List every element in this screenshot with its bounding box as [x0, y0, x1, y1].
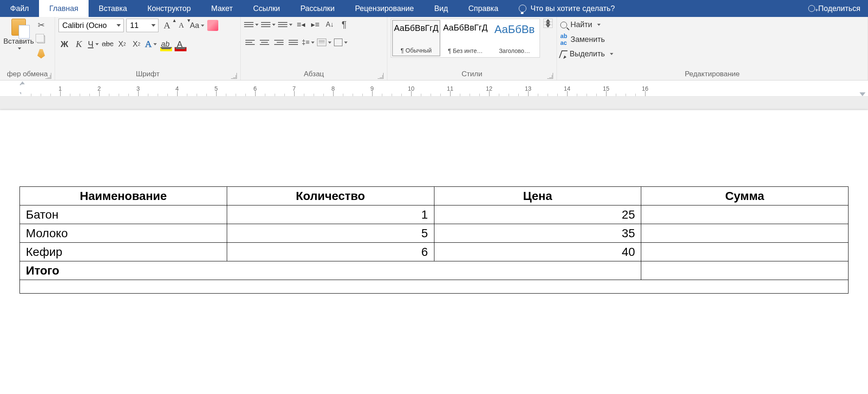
- numbering-button[interactable]: [261, 19, 275, 31]
- cell-sum[interactable]: [641, 224, 849, 243]
- tab-design[interactable]: Конструктор: [137, 0, 201, 17]
- increase-indent-button[interactable]: ▸≡: [309, 19, 321, 31]
- paste-dropdown-icon[interactable]: [18, 47, 21, 50]
- clipboard-launcher[interactable]: [45, 73, 51, 79]
- table-row[interactable]: Батон125: [20, 205, 849, 224]
- highlight-button[interactable]: ab: [159, 38, 171, 50]
- chevron-down-icon[interactable]: [597, 24, 601, 26]
- superscript-button[interactable]: X2: [131, 38, 142, 50]
- more-icon: [546, 25, 550, 28]
- copy-icon: [37, 36, 45, 43]
- tab-mailings[interactable]: Рассылки: [290, 0, 345, 17]
- sort-button[interactable]: A↓: [324, 19, 336, 31]
- tab-help[interactable]: Справка: [458, 0, 509, 17]
- tab-references[interactable]: Ссылки: [243, 0, 290, 17]
- style-item-2[interactable]: АаБбВвЗаголово…: [490, 20, 539, 56]
- horizontal-ruler[interactable]: 12345678910111213141516: [0, 80, 868, 97]
- show-marks-button[interactable]: ¶: [338, 19, 350, 31]
- document-table[interactable]: Наименование Количество Цена Сумма Батон…: [19, 186, 849, 294]
- th-qty[interactable]: Количество: [227, 187, 434, 205]
- styles-scroll-up[interactable]: [544, 19, 552, 22]
- font-launcher[interactable]: [231, 73, 237, 79]
- line-spacing-button[interactable]: ‡≡: [302, 36, 314, 48]
- change-case-button[interactable]: Aa: [190, 19, 204, 31]
- cell-qty[interactable]: 6: [227, 243, 434, 261]
- tell-me-label: Что вы хотите сделать?: [531, 4, 615, 13]
- align-justify-button[interactable]: [287, 36, 299, 48]
- find-button[interactable]: Найти: [560, 20, 613, 29]
- th-name[interactable]: Наименование: [20, 187, 227, 205]
- replace-icon: abac: [560, 33, 567, 46]
- tab-view[interactable]: Вид: [424, 0, 458, 17]
- chevron-down-icon[interactable]: [149, 24, 158, 27]
- font-name-combo[interactable]: [58, 19, 124, 32]
- borders-button[interactable]: [334, 36, 348, 48]
- cell-name[interactable]: Молоко: [20, 224, 227, 243]
- table-row[interactable]: Кефир640: [20, 243, 849, 261]
- tab-insert[interactable]: Вставка: [89, 0, 137, 17]
- cell-total-sum[interactable]: [641, 261, 849, 280]
- font-color-button[interactable]: А: [174, 38, 186, 50]
- copy-button[interactable]: [36, 35, 46, 44]
- ruler-number: 4: [175, 85, 179, 92]
- select-button[interactable]: Выделить: [560, 50, 613, 58]
- cell-sum[interactable]: [641, 243, 849, 261]
- cell-name[interactable]: Кефир: [20, 243, 227, 261]
- bullets-button[interactable]: [244, 19, 259, 31]
- clear-formatting-button[interactable]: [207, 19, 219, 31]
- cell-sum[interactable]: [641, 205, 849, 224]
- paragraph-launcher[interactable]: [378, 73, 384, 79]
- cell-price[interactable]: 35: [434, 224, 641, 243]
- font-name-input[interactable]: [59, 19, 114, 32]
- cell-price[interactable]: 40: [434, 243, 641, 261]
- styles-more[interactable]: [544, 25, 552, 28]
- align-center-button[interactable]: [259, 36, 270, 48]
- chevron-down-icon[interactable]: [610, 53, 613, 55]
- table-row[interactable]: Молоко535: [20, 224, 849, 243]
- styles-launcher[interactable]: [547, 73, 553, 79]
- chevron-down-icon[interactable]: [114, 24, 123, 27]
- cell-name[interactable]: Батон: [20, 205, 227, 224]
- font-size-combo[interactable]: [126, 19, 159, 32]
- subscript-button[interactable]: X2: [116, 38, 128, 50]
- th-sum[interactable]: Сумма: [641, 187, 849, 205]
- tab-home[interactable]: Главная: [39, 0, 89, 17]
- cell-price[interactable]: 25: [434, 205, 641, 224]
- group-font: А▲ А▼ Aa Ж К Ч abc X2 X2 А ab А Шрифт: [55, 17, 241, 80]
- paste-icon[interactable]: [11, 19, 26, 36]
- decrease-indent-button[interactable]: ≡◂: [295, 19, 307, 31]
- paste-button[interactable]: Вставить: [3, 37, 34, 46]
- tab-file[interactable]: Файл: [0, 0, 39, 17]
- replace-button[interactable]: abac Заменить: [560, 33, 613, 46]
- share-button[interactable]: Поделиться: [801, 0, 868, 17]
- shrink-font-button[interactable]: А▼: [175, 19, 187, 31]
- strikethrough-button[interactable]: abc: [102, 38, 114, 50]
- cell-empty[interactable]: [20, 280, 849, 294]
- font-size-input[interactable]: [127, 19, 149, 32]
- tell-me-search[interactable]: Что вы хотите сделать?: [509, 0, 625, 17]
- th-price[interactable]: Цена: [434, 187, 641, 205]
- page[interactable]: Наименование Количество Цена Сумма Батон…: [0, 110, 868, 394]
- multilevel-button[interactable]: [278, 19, 292, 31]
- cut-button[interactable]: ✂: [36, 20, 46, 30]
- text-effects-button[interactable]: А: [145, 38, 157, 50]
- table-total-row[interactable]: Итого: [20, 261, 849, 280]
- tab-review[interactable]: Рецензирование: [345, 0, 424, 17]
- styles-gallery: АаБбВвГгД¶ ОбычныйАаБбВвГгД¶ Без инте…Аа…: [391, 19, 540, 58]
- align-left-button[interactable]: [244, 36, 256, 48]
- underline-button[interactable]: Ч: [87, 38, 99, 50]
- tab-layout[interactable]: Макет: [201, 0, 243, 17]
- grow-font-button[interactable]: А▲: [161, 19, 173, 31]
- cell-qty[interactable]: 1: [227, 205, 434, 224]
- style-item-0[interactable]: АаБбВвГгД¶ Обычный: [392, 20, 440, 56]
- cell-total-label[interactable]: Итого: [20, 261, 641, 280]
- align-right-button[interactable]: [273, 36, 285, 48]
- style-item-1[interactable]: АаБбВвГгД¶ Без инте…: [441, 20, 490, 56]
- italic-button[interactable]: К: [73, 38, 85, 50]
- format-painter-button[interactable]: [36, 49, 46, 58]
- table-empty-row[interactable]: [20, 280, 849, 294]
- right-indent-marker[interactable]: [860, 92, 865, 96]
- shading-button[interactable]: [317, 36, 331, 48]
- cell-qty[interactable]: 5: [227, 224, 434, 243]
- bold-button[interactable]: Ж: [58, 38, 70, 50]
